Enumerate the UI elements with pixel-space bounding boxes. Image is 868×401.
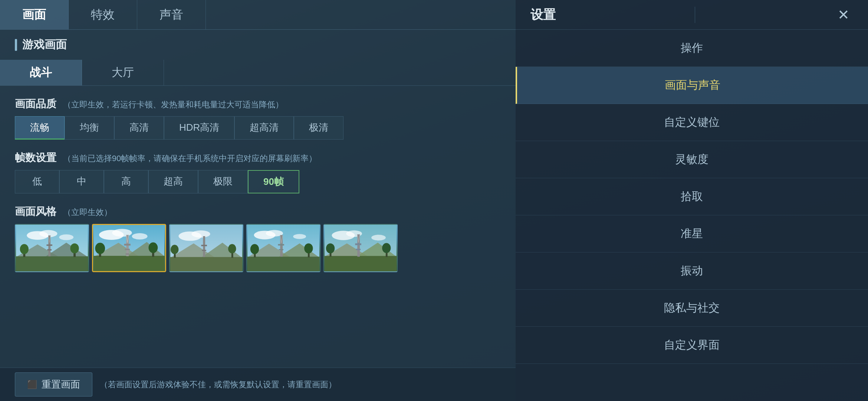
sidebar-item-custom-ui[interactable]: 自定义界面 (516, 327, 868, 364)
svg-point-18 (112, 229, 132, 237)
sidebar-nav: 操作 画面与声音 自定义键位 灵敏度 拾取 准星 振动 隐私与社交 自定义界面 (516, 30, 868, 401)
sidebar-item-crosshair[interactable]: 准星 (516, 215, 868, 252)
style-label: 画面风格 （立即生效） (15, 205, 501, 219)
style-image-3[interactable] (246, 224, 320, 272)
svg-point-58 (304, 243, 313, 253)
fps-label: 帧数设置 （当前已选择90帧帧率，请确保在手机系统中开启对应的屏幕刷新率） (15, 151, 501, 165)
svg-point-25 (95, 243, 105, 254)
svg-rect-46 (201, 245, 207, 246)
svg-rect-79 (356, 249, 361, 250)
style-image-1[interactable] (92, 224, 166, 272)
svg-rect-23 (94, 256, 165, 271)
svg-point-3 (59, 234, 73, 240)
bottom-bar: ⬛ 重置画面 （若画面设置后游戏体验不佳，或需恢复默认设置，请重置画面） (0, 368, 516, 401)
svg-point-72 (326, 243, 335, 253)
reset-icon: ⬛ (27, 380, 37, 389)
sidebar-header: 设置 ✕ (516, 0, 868, 30)
style-setting-row: 画面风格 （立即生效） (15, 205, 501, 272)
sidebar-item-sensitivity[interactable]: 灵敏度 (516, 141, 868, 178)
svg-rect-62 (278, 244, 284, 245)
svg-point-56 (250, 244, 259, 254)
quality-option-uhd[interactable]: 超高清 (234, 116, 294, 140)
tab-effects[interactable]: 特效 (69, 0, 137, 29)
quality-options: 流畅 均衡 高清 HDR高清 超高清 极清 (15, 116, 501, 140)
svg-rect-45 (203, 236, 205, 257)
svg-rect-70 (325, 256, 397, 271)
sidebar-divider (695, 7, 695, 23)
sidebar-item-vibration[interactable]: 振动 (516, 252, 868, 290)
fps-option-extreme[interactable]: 极限 (198, 170, 248, 193)
sidebar-item-privacy[interactable]: 隐私与社交 (516, 290, 868, 327)
svg-rect-33 (125, 253, 129, 255)
style-image-4[interactable] (323, 224, 398, 272)
sidebar-title: 设置 (530, 6, 556, 23)
sub-tab-bar: 战斗 大厅 (0, 60, 516, 86)
sidebar-item-custom-keys[interactable]: 自定义键位 (516, 104, 868, 141)
quality-option-hd[interactable]: 高清 (114, 116, 164, 140)
svg-rect-14 (46, 244, 52, 246)
fps-option-mid[interactable]: 中 (59, 170, 104, 193)
quality-label: 画面品质 （立即生效，若运行卡顿、发热量和耗电量过大可适当降低） (15, 97, 501, 111)
sidebar-item-loot[interactable]: 拾取 (516, 178, 868, 215)
svg-rect-40 (170, 257, 242, 271)
quality-option-smooth[interactable]: 流畅 (15, 116, 65, 140)
main-content: 画面 特效 声音 游戏画面 战斗 大厅 画面品质 （立即生效，若运行卡顿、发热量… (0, 0, 516, 401)
svg-point-36 (191, 231, 210, 238)
settings-body: 画面品质 （立即生效，若运行卡顿、发热量和耗电量过大可适当降低） 流畅 均衡 高… (0, 89, 516, 368)
fps-option-90[interactable]: 90帧 (248, 170, 299, 193)
sidebar-item-operation[interactable]: 操作 (516, 30, 868, 67)
section-title: 游戏画面 (0, 30, 516, 60)
sub-tab-lobby[interactable]: 大厅 (82, 60, 164, 85)
svg-point-19 (132, 233, 148, 239)
sub-tab-battle[interactable]: 战斗 (0, 60, 82, 85)
quality-setting-row: 画面品质 （立即生效，若运行卡顿、发热量和耗电量过大可适当降低） 流畅 均衡 高… (15, 97, 501, 140)
svg-rect-31 (124, 244, 131, 246)
fps-option-high[interactable]: 高 (104, 170, 148, 193)
svg-rect-54 (247, 257, 319, 271)
svg-point-10 (70, 243, 79, 253)
reset-button[interactable]: ⬛ 重置画面 (15, 372, 92, 397)
svg-point-27 (148, 242, 158, 253)
title-bar-accent (15, 39, 17, 51)
svg-point-44 (228, 244, 236, 253)
style-image-2[interactable] (169, 224, 243, 272)
tab-sound[interactable]: 声音 (137, 0, 206, 29)
svg-point-42 (171, 245, 178, 254)
svg-point-74 (382, 243, 391, 253)
fps-option-low[interactable]: 低 (15, 170, 59, 193)
svg-point-8 (20, 244, 29, 254)
svg-rect-47 (202, 250, 206, 251)
svg-point-51 (293, 234, 306, 239)
svg-rect-78 (355, 243, 361, 245)
svg-point-67 (371, 235, 386, 241)
fps-options: 低 中 高 超高 极限 90帧 (15, 170, 501, 193)
fps-option-ultra[interactable]: 超高 (148, 170, 198, 193)
quality-option-max[interactable]: 极清 (294, 116, 343, 140)
sidebar-item-screen-sound[interactable]: 画面与声音 (516, 67, 868, 104)
close-button[interactable]: ✕ (834, 7, 853, 23)
top-tab-bar: 画面 特效 声音 (0, 0, 516, 30)
right-sidebar: 设置 ✕ 操作 画面与声音 自定义键位 灵敏度 拾取 准星 振动 隐私与社交 自… (516, 0, 868, 401)
svg-rect-6 (16, 256, 88, 271)
style-image-list (15, 224, 501, 272)
svg-rect-63 (279, 249, 283, 250)
svg-rect-32 (125, 249, 130, 250)
style-image-0[interactable] (15, 224, 89, 272)
quality-option-balanced[interactable]: 均衡 (65, 116, 114, 140)
svg-rect-15 (47, 249, 52, 251)
fps-setting-row: 帧数设置 （当前已选择90帧帧率，请确保在手机系统中开启对应的屏幕刷新率） 低 … (15, 151, 501, 193)
tab-screen[interactable]: 画面 (0, 0, 69, 29)
quality-option-hdr[interactable]: HDR高清 (164, 116, 234, 140)
